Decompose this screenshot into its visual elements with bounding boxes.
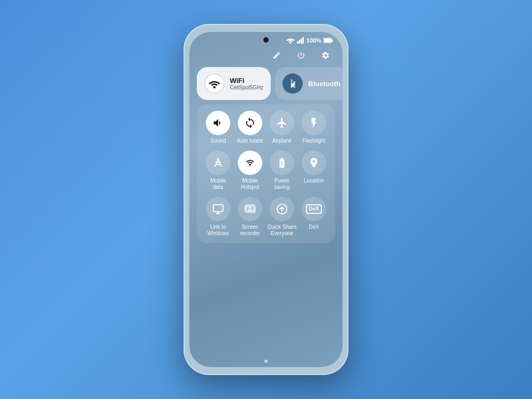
location-label: Location xyxy=(304,178,324,184)
power-icon[interactable] xyxy=(294,48,309,63)
quick-share-icon-circle xyxy=(270,197,294,221)
location-icon xyxy=(308,157,320,169)
flashlight-tile[interactable]: Flashlight xyxy=(298,111,329,144)
svg-rect-4 xyxy=(302,37,304,44)
home-indicator-dot xyxy=(264,360,268,363)
link-icon xyxy=(212,203,224,215)
sound-icon-circle xyxy=(206,111,230,135)
camera-notch xyxy=(263,37,269,43)
bluetooth-icon xyxy=(288,78,297,89)
link-windows-tile[interactable]: Link to Windows xyxy=(203,197,234,237)
bluetooth-title: Bluetooth xyxy=(308,80,340,88)
power-saving-icon-circle xyxy=(270,151,294,175)
battery-icon xyxy=(323,37,333,44)
status-icons: 100% xyxy=(286,37,333,44)
dex-icon-circle: DeX xyxy=(302,197,326,221)
edit-icon[interactable] xyxy=(269,48,284,63)
wifi-icon xyxy=(209,79,220,88)
flashlight-icon xyxy=(308,117,320,129)
screen-recorder-tile[interactable]: Screen recorder xyxy=(235,197,265,237)
flashlight-label: Flashlight xyxy=(303,138,326,144)
quick-share-label: Quick Share Everyone xyxy=(267,224,296,237)
quick-share-tile[interactable]: Quick Share Everyone xyxy=(267,197,297,237)
power-saving-tile[interactable]: Power saving xyxy=(267,151,297,190)
wifi-title: WiFi xyxy=(230,77,263,85)
screen-recorder-icon-circle xyxy=(238,197,262,221)
auto-rotate-icon-circle xyxy=(238,111,262,135)
wifi-subtitle: CellSpot5GHz xyxy=(230,85,263,90)
wifi-tile[interactable]: WiFi CellSpot5GHz xyxy=(197,67,271,100)
status-bar: 100% xyxy=(189,32,343,46)
bluetooth-tile-text: Bluetooth xyxy=(308,80,340,88)
battery-text: 100% xyxy=(306,37,321,44)
icon-grid: Sound Auto rotate xyxy=(197,104,335,243)
bottom-indicator xyxy=(189,356,343,367)
icon-row-3: Link to Windows Screen recorder xyxy=(202,197,330,237)
link-windows-label: Link to Windows xyxy=(207,224,229,237)
hotspot-icon xyxy=(244,157,256,169)
mobile-hotspot-icon-circle xyxy=(238,151,262,175)
top-tiles-row: WiFi CellSpot5GHz Bluetooth xyxy=(197,67,335,100)
airplane-tile[interactable]: Airplane xyxy=(267,111,297,144)
mobile-data-label: Mobile data xyxy=(210,178,226,190)
phone-frame: 100% xyxy=(184,24,348,375)
mobile-hotspot-label: Mobile Hotspot xyxy=(241,178,259,190)
icon-row-2: Mobile data Mobile Hotspot xyxy=(202,151,330,190)
wifi-icon-circle xyxy=(204,73,225,94)
wifi-status-icon xyxy=(286,37,295,44)
icon-row-1: Sound Auto rotate xyxy=(202,111,330,144)
phone-screen: 100% xyxy=(189,32,343,367)
svg-point-13 xyxy=(249,207,252,210)
screen-icon xyxy=(244,203,256,215)
svg-rect-1 xyxy=(297,41,298,44)
svg-rect-6 xyxy=(332,39,333,41)
signal-icon xyxy=(297,37,304,44)
svg-point-9 xyxy=(249,164,251,166)
mobile-data-tile[interactable]: Mobile data xyxy=(203,151,234,190)
auto-rotate-label: Auto rotate xyxy=(237,138,263,144)
share-icon xyxy=(276,203,288,215)
powersave-icon xyxy=(276,157,288,169)
link-windows-icon-circle xyxy=(206,197,230,221)
dex-icon: DeX xyxy=(306,204,321,214)
screen-recorder-label: Screen recorder xyxy=(240,224,260,237)
dex-label: DeX xyxy=(309,224,319,230)
auto-rotate-tile[interactable]: Auto rotate xyxy=(235,111,265,144)
bluetooth-icon-circle xyxy=(282,73,303,94)
mobile-data-icon-circle xyxy=(206,151,230,175)
flashlight-icon-circle xyxy=(302,111,326,135)
location-icon-circle xyxy=(302,151,326,175)
sound-tile[interactable]: Sound xyxy=(203,111,234,144)
action-bar xyxy=(189,46,343,67)
sound-icon xyxy=(212,117,224,129)
wifi-tile-text: WiFi CellSpot5GHz xyxy=(230,77,263,90)
power-saving-label: Power saving xyxy=(267,178,297,190)
data-icon xyxy=(212,157,224,169)
airplane-icon xyxy=(276,117,288,129)
svg-rect-7 xyxy=(324,39,331,43)
svg-point-0 xyxy=(289,42,291,44)
svg-rect-2 xyxy=(298,40,300,44)
svg-rect-3 xyxy=(301,39,302,44)
mobile-hotspot-tile[interactable]: Mobile Hotspot xyxy=(235,151,265,190)
control-panel: WiFi CellSpot5GHz Bluetooth xyxy=(189,67,343,356)
settings-icon[interactable] xyxy=(318,48,333,63)
location-tile[interactable]: Location xyxy=(298,151,329,190)
sound-label: Sound xyxy=(211,138,226,144)
airplane-label: Airplane xyxy=(272,138,292,144)
airplane-icon-circle xyxy=(270,111,294,135)
bluetooth-tile[interactable]: Bluetooth xyxy=(275,67,343,100)
rotate-icon xyxy=(244,117,256,129)
svg-rect-10 xyxy=(213,205,223,212)
svg-point-8 xyxy=(213,86,216,88)
dex-tile[interactable]: DeX DeX xyxy=(298,197,329,237)
